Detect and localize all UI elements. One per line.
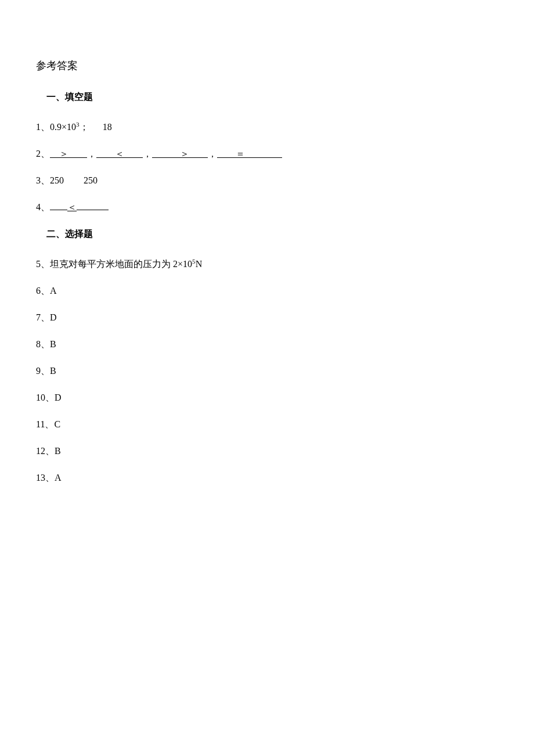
answer-2: 2、 ＞ ， ＜ ， ＞ ， ＝: [36, 147, 498, 161]
q1-val-a: 0.9×10: [50, 122, 76, 132]
q8-ans: B: [50, 339, 56, 349]
q13-ans: A: [55, 473, 62, 483]
q2-num: 2、: [36, 149, 50, 159]
q6-ans: A: [50, 286, 57, 296]
q11-num: 11、: [36, 419, 54, 429]
q3-val-a: 250: [50, 175, 64, 185]
q1-sep: ；: [80, 122, 89, 132]
q2-sep: ，: [208, 149, 217, 159]
q12-num: 12、: [36, 446, 55, 456]
q8-num: 8、: [36, 339, 50, 349]
answer-5: 5、坦克对每平方米地面的压力为 2×105N: [36, 257, 498, 271]
answer-7: 7、D: [36, 311, 498, 325]
answer-12: 12、B: [36, 444, 498, 458]
q10-num: 10、: [36, 393, 55, 402]
q4-num: 4、: [36, 202, 50, 212]
q7-num: 7、: [36, 312, 50, 322]
q2-blank-1: ＞: [50, 147, 87, 161]
section-1-heading: 一、填空题: [46, 90, 498, 104]
q3-val-b: 250: [84, 175, 98, 185]
q12-ans: B: [55, 446, 61, 456]
q2-blank-4: ＝: [217, 147, 282, 161]
q5-text-b: N: [196, 259, 203, 269]
q5-text-a: 坦克对每平方米地面的压力为 2×10: [50, 259, 192, 269]
q2-sep: ，: [87, 149, 96, 159]
q2-sep: ，: [143, 149, 152, 159]
q1-val-b: 18: [103, 122, 112, 132]
q3-num: 3、: [36, 175, 50, 185]
q9-num: 9、: [36, 366, 50, 376]
q2-blank-2: ＜: [96, 147, 143, 161]
q4-sym: ＜: [67, 200, 77, 214]
answer-3: 3、250250: [36, 174, 498, 188]
answer-1: 1、0.9×103；18: [36, 120, 498, 134]
q9-ans: B: [50, 366, 56, 376]
answer-4: 4、＜: [36, 200, 498, 214]
q13-num: 13、: [36, 473, 55, 483]
q4-blank-pre: [50, 210, 67, 210]
q1-num: 1、: [36, 122, 50, 132]
q11-ans: C: [54, 419, 60, 429]
q6-num: 6、: [36, 286, 50, 296]
q2-blank-3: ＞: [152, 147, 208, 161]
q7-ans: D: [50, 312, 57, 322]
q4-blank-post: [77, 210, 109, 210]
answer-6: 6、A: [36, 284, 498, 298]
answer-11: 11、C: [36, 417, 498, 431]
q10-ans: D: [55, 393, 62, 402]
answer-8: 8、B: [36, 337, 498, 351]
page-title: 参考答案: [36, 58, 498, 74]
answer-10: 10、D: [36, 391, 498, 405]
answer-9: 9、B: [36, 364, 498, 378]
section-2-heading: 二、选择题: [46, 227, 498, 241]
answer-13: 13、A: [36, 471, 498, 485]
q5-num: 5、: [36, 259, 50, 269]
